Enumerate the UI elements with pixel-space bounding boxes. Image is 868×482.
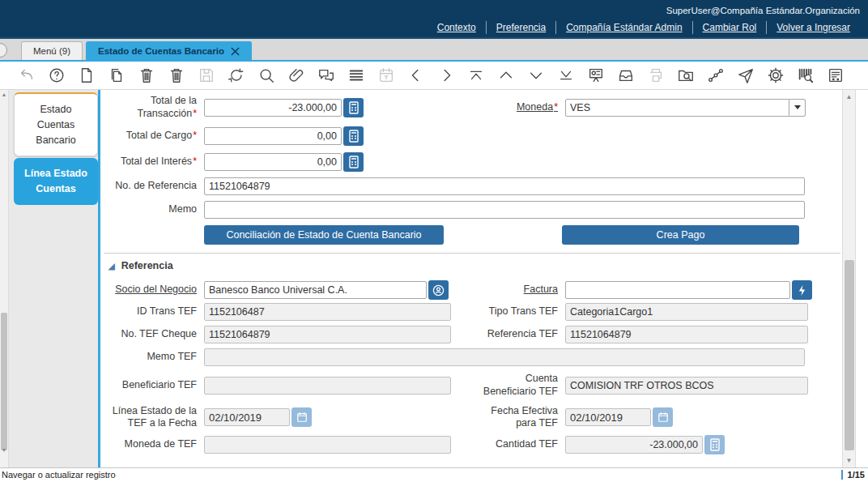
advanced-find-icon[interactable] [672, 63, 700, 87]
attachment-icon[interactable] [283, 63, 310, 87]
sidebar-tab-linea-estado-cuentas[interactable]: Línea Estado Cuentas [14, 158, 98, 205]
undo-icon[interactable] [13, 63, 40, 87]
moneda-input[interactable] [565, 99, 789, 117]
calculator-button [704, 435, 725, 454]
tipo-trans-input [565, 303, 808, 321]
factura-input[interactable] [565, 281, 790, 299]
group-separator [104, 253, 840, 254]
scroll-thumb[interactable] [1, 313, 7, 450]
field-label-factura[interactable]: Factura [472, 284, 558, 296]
scroll-up-icon[interactable]: ▲ [843, 93, 855, 100]
refresh-icon[interactable] [223, 63, 250, 87]
calculator-button[interactable] [343, 126, 364, 146]
context-link[interactable]: Contexto [428, 22, 486, 33]
workflow-icon[interactable] [702, 63, 730, 87]
beneficiario-input [204, 377, 451, 395]
left-scrollbar[interactable]: ▲ ▼ [0, 90, 9, 467]
field-label-no-cheque: No. TEF Cheque [104, 328, 197, 341]
field-label-total-transaccion: Total de la Transacción [104, 95, 197, 120]
conciliacion-button[interactable]: Conciliación de Estado de Cuenta Bancari… [204, 225, 444, 245]
close-icon[interactable] [231, 47, 240, 56]
business-partner-button[interactable] [428, 280, 449, 300]
cantidad-tef-input [565, 436, 703, 454]
right-scrollbar[interactable]: ▲ ▼ [842, 90, 856, 467]
previous-record-icon[interactable] [402, 63, 430, 87]
copy-record-icon[interactable] [103, 63, 130, 87]
grid-toggle-icon[interactable] [343, 63, 370, 87]
find-icon[interactable] [253, 63, 280, 87]
calendar-button[interactable] [291, 407, 312, 427]
delete-selection-icon[interactable] [163, 63, 190, 87]
field-label-moneda-tef: Moneda de TEF [104, 438, 197, 451]
calculator-icon [348, 130, 360, 143]
factura-zoom-button[interactable] [792, 280, 812, 300]
crea-pago-button[interactable]: Crea Pago [562, 225, 799, 245]
parent-record-icon[interactable] [492, 63, 520, 87]
help-icon[interactable] [43, 63, 70, 87]
scroll-up-icon[interactable]: ▲ [0, 92, 8, 97]
tab-menu[interactable]: Menú (9) [21, 41, 83, 60]
sidebar-collapse-handle[interactable] [0, 43, 7, 58]
group-title: Referencia [121, 260, 173, 271]
record-indicator: 1/15 [841, 470, 865, 480]
app-header: SuperUser@Compañía Estándar.Organización… [0, 0, 868, 39]
next-record-icon[interactable] [432, 63, 460, 87]
total-cargo-input[interactable] [204, 127, 342, 145]
calendar-button[interactable] [653, 407, 673, 427]
product-info-icon[interactable] [792, 63, 819, 87]
calendar-icon [296, 412, 308, 423]
logout-link[interactable]: Volver a Ingresar [767, 22, 860, 33]
sidebar-tab-estado-cuentas-bancario[interactable]: Estado Cuentas Bancario [14, 92, 98, 156]
calculator-icon [348, 101, 360, 114]
field-label-no-referencia: No. de Referencia [104, 180, 197, 193]
last-record-icon[interactable] [552, 63, 580, 87]
calculator-icon [348, 156, 360, 168]
fecha-efectiva-input [565, 408, 651, 426]
field-label-tipo-trans: Tipo Trans TEF [472, 305, 558, 318]
report-icon[interactable] [582, 63, 610, 87]
tab-side-panel: Estado Cuentas Bancario Línea Estado Cue… [9, 90, 98, 467]
field-label-fecha-efectiva: Fecha Efectiva para TEF [472, 405, 558, 430]
field-label-moneda[interactable]: Moneda [472, 101, 558, 114]
field-label-socio[interactable]: Socio del Negocio [104, 284, 197, 296]
new-record-icon[interactable] [73, 63, 100, 87]
tab-label: Estado de Cuentas Bancario [98, 46, 224, 56]
scroll-down-icon[interactable]: ▼ [843, 457, 855, 464]
field-label-cantidad-tef: Cantidad TEF [472, 438, 558, 451]
change-role-link[interactable]: Cambiar Rol [693, 22, 767, 33]
memo-input[interactable] [204, 201, 805, 219]
calendar-icon [657, 412, 669, 423]
calculator-button[interactable] [343, 152, 364, 172]
total-transaccion-input[interactable] [204, 99, 342, 117]
chevron-down-icon[interactable] [789, 99, 806, 117]
archive-icon[interactable] [612, 63, 640, 87]
id-trans-input [204, 303, 451, 321]
delete-record-icon[interactable] [133, 63, 160, 87]
first-record-icon[interactable] [462, 63, 490, 87]
moneda-tef-input [204, 436, 451, 454]
referencia-group-header[interactable]: ◢ Referencia [108, 258, 842, 274]
log-icon[interactable] [822, 63, 849, 87]
right-gutter [856, 90, 868, 467]
preference-link[interactable]: Preferencia [487, 22, 555, 33]
field-label-total-cargo: Total de Cargo [104, 130, 197, 143]
socio-input[interactable] [204, 281, 427, 299]
field-label-beneficiario: Beneficiario TEF [104, 379, 197, 392]
calendar-icon [372, 63, 400, 87]
scroll-thumb[interactable] [845, 260, 854, 450]
print-icon [642, 63, 670, 87]
role-link[interactable]: Compañía Estándar Admin [556, 22, 691, 33]
chat-icon[interactable] [313, 63, 340, 87]
calculator-button[interactable] [343, 98, 364, 117]
detail-record-icon[interactable] [522, 63, 550, 87]
total-interes-input[interactable] [204, 153, 342, 171]
scroll-down-icon[interactable]: ▼ [0, 447, 8, 453]
no-referencia-input[interactable] [204, 177, 805, 195]
header-links: Contexto Preferencia Compañía Estándar A… [8, 18, 860, 37]
collapse-icon[interactable]: ◢ [108, 262, 115, 271]
logged-in-user: SuperUser@Compañía Estándar.Organización [8, 3, 860, 18]
tab-estado-cuentas-bancario[interactable]: Estado de Cuentas Bancario [86, 41, 252, 60]
request-icon[interactable] [732, 63, 760, 87]
process-icon[interactable] [762, 63, 789, 87]
field-label-ref-tef: Referencia TEF [472, 328, 558, 341]
